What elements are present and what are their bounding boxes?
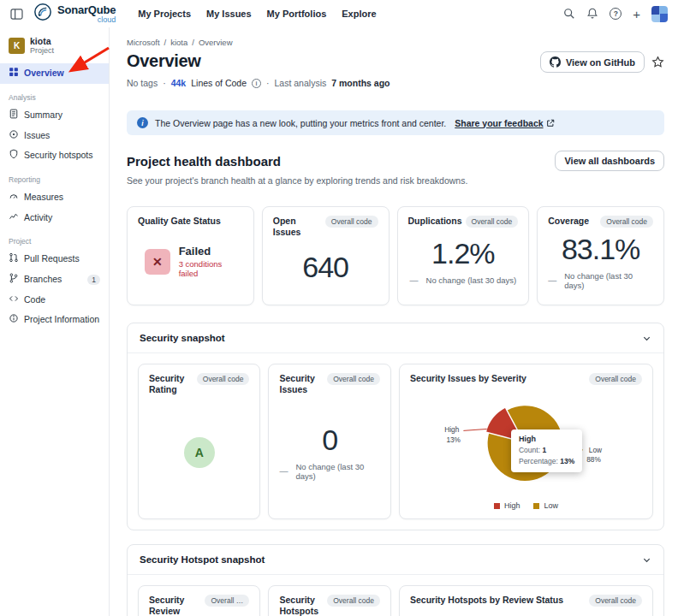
page-header: Microsoft / kiota / Overview Overview Vi… — [110, 27, 678, 88]
coverage-value[interactable]: 83.1% — [562, 234, 639, 264]
section-title: Security Hotspot snapshot — [140, 554, 265, 565]
notifications-bell-icon[interactable] — [586, 8, 598, 20]
sidebar-item-project-information[interactable]: Project Information — [0, 310, 109, 330]
failed-x-icon: ✕ — [145, 249, 170, 275]
nav-right-cluster: ? + — [563, 6, 668, 22]
nav-my-portfolios[interactable]: My Portfolios — [267, 9, 327, 19]
sidebar-item-label: Security hotspots — [24, 150, 93, 162]
sidebar-section-analysis: Analysis — [0, 84, 109, 105]
sidebar-item-overview[interactable]: Overview — [0, 63, 109, 84]
security-issues-by-severity-card: Security Issues by Severity Overall code… — [399, 364, 653, 519]
security-review-rating-card[interactable]: Security Review Rating Overall code — [138, 585, 260, 616]
security-snapshot-header[interactable]: Security snapshot — [128, 323, 663, 353]
sidebar-item-pull-requests[interactable]: Pull Requests — [0, 249, 109, 270]
chart-tooltip: High Count: 1 Percentage: 13% — [511, 429, 582, 472]
sonarqube-logo[interactable]: SonarQube cloud — [33, 3, 116, 25]
last-analysis-label: Last analysis — [275, 78, 327, 88]
security-rating-card[interactable]: Security Rating Overall code A — [138, 364, 260, 519]
open-issues-value[interactable]: 640 — [302, 252, 348, 281]
git-branch-icon — [9, 273, 19, 287]
overall-code-badge: Overall code — [197, 373, 250, 385]
card-title: Security Hotspots — [279, 595, 324, 616]
sidebar-item-label: Summary — [24, 110, 62, 121]
card-title: Security Issues — [279, 373, 324, 395]
help-icon[interactable]: ? — [610, 8, 622, 20]
view-on-github-button[interactable]: View on GitHub — [540, 51, 645, 73]
lines-of-code-value[interactable]: 44k — [171, 78, 187, 88]
nav-my-issues[interactable]: My Issues — [206, 9, 252, 19]
trend-label: No change (last 30 days) — [426, 275, 517, 285]
nav-explore[interactable]: Explore — [342, 9, 376, 19]
severity-pie-chart: High 13% Low 88% High Count: 1 Percentag… — [410, 388, 642, 500]
card-title: Security Hotspots by Review Status — [410, 595, 563, 606]
sidebar-item-branches[interactable]: Branches 1 — [0, 270, 109, 290]
search-icon[interactable] — [563, 8, 575, 20]
chevron-down-icon — [642, 334, 651, 343]
security-issues-value[interactable]: 0 — [322, 425, 337, 454]
security-issues-card[interactable]: Security Issues Overall code 0 — No chan… — [268, 364, 390, 519]
sidebar-item-label: Overview — [24, 68, 64, 80]
security-rating-value[interactable]: A — [184, 437, 215, 468]
view-all-dashboards-button[interactable]: View all dashboards — [555, 151, 664, 171]
branches-count-badge: 1 — [87, 275, 100, 285]
primary-nav: My Projects My Issues My Portfolios Expl… — [138, 9, 376, 19]
sidebar-item-measures[interactable]: Measures — [0, 187, 109, 208]
sidebar-item-label: Activity — [24, 212, 52, 224]
chart-legend: High Low — [410, 501, 642, 510]
hotspot-snapshot-header[interactable]: Security Hotspot snapshot — [128, 545, 663, 575]
legend-item-low[interactable]: Low — [533, 501, 558, 510]
trend-dash: — — [548, 275, 556, 285]
issues-target-icon — [9, 129, 19, 143]
security-hotspots-card[interactable]: Security Hotspots Overall code — [268, 585, 390, 616]
sidebar-item-summary[interactable]: Summary — [0, 105, 109, 126]
breadcrumb-item-overview: Overview — [199, 38, 233, 47]
meta-dot: · — [266, 78, 270, 88]
duplications-card[interactable]: Duplications Overall code 1.2% — No chan… — [397, 206, 530, 305]
sidebar-section-reporting: Reporting — [0, 166, 109, 187]
breadcrumb: Microsoft / kiota / Overview — [127, 38, 664, 47]
duplications-value[interactable]: 1.2% — [431, 239, 495, 268]
sidebar-item-issues[interactable]: Issues — [0, 126, 109, 146]
external-link-icon — [546, 119, 555, 127]
share-feedback-link[interactable]: Share your feedback — [455, 118, 554, 128]
project-meta-row: No tags · 44k Lines of Code i · Last ana… — [127, 78, 664, 88]
legend-item-high[interactable]: High — [494, 501, 520, 510]
github-icon — [550, 56, 561, 68]
last-analysis-value: 7 months ago — [331, 78, 390, 88]
shield-icon — [9, 149, 19, 163]
create-plus-icon[interactable]: + — [633, 8, 640, 21]
coverage-card[interactable]: Coverage Overall code 83.1% — No change … — [537, 206, 664, 305]
tooltip-pct-value: 13% — [560, 457, 574, 465]
sonarqube-logo-mark-icon — [33, 3, 52, 25]
loc-info-icon[interactable]: i — [252, 79, 261, 88]
user-avatar[interactable] — [651, 6, 668, 22]
sidebar-item-code[interactable]: Code — [0, 290, 109, 311]
project-header: K kiota Project — [0, 33, 109, 63]
info-circle-icon — [9, 313, 19, 327]
overall-code-badge: Overall code — [466, 216, 519, 228]
card-title: Quality Gate Status — [138, 216, 221, 227]
sidebar-item-label: Issues — [24, 130, 50, 142]
hotspots-by-review-status-card: Security Hotspots by Review Status Overa… — [399, 585, 653, 616]
metric-cards-row: Quality Gate Status ✕ Failed 3 condition… — [110, 186, 678, 305]
security-issues-trend: — No change (last 30 days) — [279, 462, 379, 481]
sidebar-item-label: Measures — [24, 192, 63, 204]
overall-code-badge: Overall code — [589, 595, 642, 607]
breadcrumb-item-kiota[interactable]: kiota — [170, 38, 187, 47]
breadcrumb-item-microsoft[interactable]: Microsoft — [127, 38, 160, 47]
card-title: Security Review Rating — [149, 595, 201, 616]
card-title: Open Issues — [273, 216, 322, 238]
review-status-pie-chart — [410, 607, 642, 616]
pull-request-icon — [9, 252, 19, 266]
open-issues-card[interactable]: Open Issues Overall code 640 — [262, 206, 390, 305]
sidebar-section-project: Project — [0, 228, 109, 249]
nav-my-projects[interactable]: My Projects — [138, 9, 191, 19]
sidebar-toggle-icon[interactable] — [10, 9, 23, 20]
quality-gate-card[interactable]: Quality Gate Status ✕ Failed 3 condition… — [127, 206, 254, 305]
quality-gate-detail: 3 conditions failed — [179, 259, 243, 278]
favorite-star-icon[interactable] — [651, 56, 664, 68]
high-callout-line — [463, 429, 486, 430]
sidebar-item-activity[interactable]: Activity — [0, 208, 109, 228]
sidebar-item-security-hotspots[interactable]: Security hotspots — [0, 145, 109, 166]
trend-dash: — — [410, 275, 419, 285]
